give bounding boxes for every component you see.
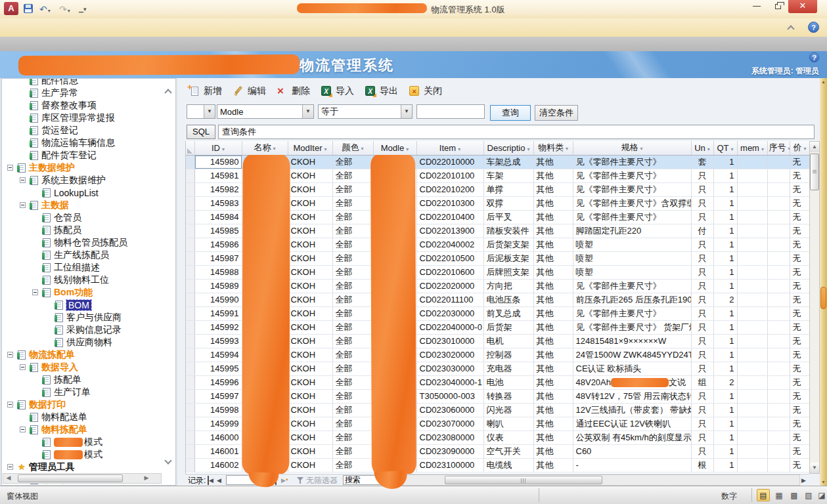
cell-seq[interactable]: [767, 169, 790, 182]
tree-item-拣配员[interactable]: 拣配员: [2, 224, 175, 236]
cell-unit[interactable]: 只: [691, 182, 713, 196]
cell-spec[interactable]: 见《零部件主要尺寸》: [573, 182, 691, 196]
cell-unit[interactable]: 只: [691, 265, 713, 279]
cell-item[interactable]: CD022010400: [416, 210, 483, 224]
cell-spec[interactable]: 48V20Ah文说: [573, 375, 691, 389]
tree-item-物料配送单[interactable]: 物料配送单: [2, 411, 175, 423]
cell-qty[interactable]: 1: [713, 306, 737, 320]
cell-desc[interactable]: 踏板安装件: [483, 224, 533, 238]
tree-item-Bom功能[interactable]: Bom功能: [2, 286, 175, 299]
qat-customize-icon[interactable]: ▁▾: [79, 4, 86, 14]
col-header-unit[interactable]: Un▾: [691, 141, 713, 155]
cell-id[interactable]: 145989: [194, 279, 242, 293]
cell-qty[interactable]: 1: [713, 169, 737, 182]
cell-item[interactable]: CD023010000: [416, 334, 483, 348]
tree-item-供应商物料[interactable]: 供应商物料: [2, 336, 175, 348]
row-selector[interactable]: [186, 320, 194, 334]
cell-qty[interactable]: 1: [713, 334, 737, 348]
cell-desc[interactable]: 后平叉: [483, 210, 533, 224]
field-combo[interactable]: Modle▼: [217, 104, 314, 119]
scrollbar-thumb[interactable]: [445, 476, 602, 484]
cell-desc[interactable]: 车架总成: [483, 155, 533, 169]
cell-color[interactable]: 全部: [332, 348, 373, 362]
cell-mtype[interactable]: 其他: [533, 238, 573, 251]
cell-mtype[interactable]: 其他: [533, 362, 573, 375]
cell-mem[interactable]: [737, 348, 767, 362]
cell-mtype[interactable]: 其他: [533, 251, 573, 265]
cell-item[interactable]: CD022030000: [416, 306, 483, 320]
cell-color[interactable]: 全部: [332, 224, 373, 238]
cell-seq[interactable]: [767, 444, 790, 458]
cell-desc[interactable]: 电池压条: [483, 293, 533, 306]
cell-mem[interactable]: [737, 293, 767, 306]
clear-conditions-button[interactable]: 清空条件: [535, 105, 578, 121]
row-selector[interactable]: [186, 403, 194, 417]
cell-item[interactable]: CD022013900: [416, 224, 483, 238]
cell-price[interactable]: 无: [790, 320, 809, 334]
column-dropdown-icon[interactable]: ▾: [640, 146, 642, 152]
tree-item-拣配单[interactable]: 拣配单: [2, 373, 175, 386]
cell-item[interactable]: CD023060000: [416, 403, 483, 417]
row-selector[interactable]: [186, 265, 194, 279]
cell-unit[interactable]: 只: [691, 403, 713, 417]
cell-spec[interactable]: 48V转12V，75管 用云南状态转接: [573, 389, 691, 403]
cell-price[interactable]: 无: [790, 196, 809, 210]
cell-seq[interactable]: [767, 417, 790, 430]
row-selector[interactable]: [186, 293, 194, 306]
cell-unit[interactable]: 只: [691, 334, 713, 348]
query-condition-box[interactable]: 查询条件: [218, 125, 815, 139]
row-selector[interactable]: [186, 334, 194, 348]
row-selector[interactable]: [186, 444, 194, 458]
col-header-color[interactable]: 颜色▾: [332, 141, 373, 155]
cell-seq[interactable]: [767, 362, 790, 375]
scroll-right-icon[interactable]: ▶: [141, 474, 152, 483]
cell-mem[interactable]: [737, 155, 767, 169]
cell-moditem[interactable]: CKOH: [288, 182, 332, 196]
cell-desc[interactable]: 单撑: [483, 182, 533, 196]
row-selector[interactable]: [186, 375, 194, 389]
close-button[interactable]: ✕: [788, 0, 817, 13]
cell-id[interactable]: 145988: [194, 265, 242, 279]
cell-qty[interactable]: 1: [713, 417, 737, 430]
collapse-icon[interactable]: [7, 165, 13, 171]
tree-hscrollbar[interactable]: ◀ ▶: [3, 473, 162, 484]
cell-desc[interactable]: 转换器: [483, 389, 533, 403]
collapse-icon[interactable]: [20, 202, 26, 208]
chevron-down-icon[interactable]: ▼: [204, 105, 215, 118]
tree-item-系统主数据维护[interactable]: 系统主数据维护: [2, 174, 175, 186]
cell-desc[interactable]: 后货架支架: [483, 238, 533, 251]
cell-id[interactable]: 145985: [194, 224, 242, 238]
cell-id[interactable]: 145993: [194, 334, 242, 348]
scroll-right-icon[interactable]: ▶: [801, 476, 806, 485]
cell-price[interactable]: 无: [790, 375, 809, 389]
banner-help-icon[interactable]: ?: [809, 52, 819, 62]
scroll-up-icon[interactable]: ▲: [820, 79, 826, 84]
close-form-button[interactable]: ×关闭: [409, 85, 442, 97]
column-dropdown-icon[interactable]: ▾: [527, 146, 529, 152]
tree-item-配件货车登记[interactable]: 配件货车登记: [2, 149, 175, 161]
row-selector[interactable]: [186, 362, 194, 375]
cell-moditem[interactable]: CKOH: [288, 334, 332, 348]
cell-item[interactable]: CD022020000: [416, 279, 483, 293]
tree-item-生产异常[interactable]: 生产异常: [2, 87, 175, 99]
cell-spec[interactable]: 24管1500W ZWK4845YYD24T0: [573, 348, 691, 362]
cell-mem[interactable]: [737, 251, 767, 265]
cell-moditem[interactable]: CKOH: [288, 251, 332, 265]
row-selector[interactable]: [186, 196, 194, 210]
cell-item[interactable]: CD023090000: [416, 444, 483, 458]
collapse-icon[interactable]: [7, 464, 13, 470]
cell-mtype[interactable]: 其他: [533, 293, 573, 306]
cell-color[interactable]: 全部: [332, 458, 373, 472]
cell-spec[interactable]: 124815481×9××××××W: [573, 334, 691, 348]
col-header-item[interactable]: Item▾: [416, 141, 483, 155]
collapse-icon[interactable]: [32, 289, 38, 295]
cell-qty[interactable]: 1: [713, 196, 737, 210]
operator-combo[interactable]: 等于▼: [318, 104, 413, 119]
import-button[interactable]: X导入: [321, 85, 354, 97]
cell-mtype[interactable]: 其他: [533, 430, 573, 444]
cell-item[interactable]: CD022010200: [416, 182, 483, 196]
cell-item[interactable]: CD023020000: [416, 348, 483, 362]
tree-item-库区管理异常提报[interactable]: 库区管理异常提报: [2, 112, 175, 124]
tree-item-数据导入[interactable]: 数据导入: [2, 361, 175, 373]
cell-mtype[interactable]: 其他: [533, 389, 573, 403]
